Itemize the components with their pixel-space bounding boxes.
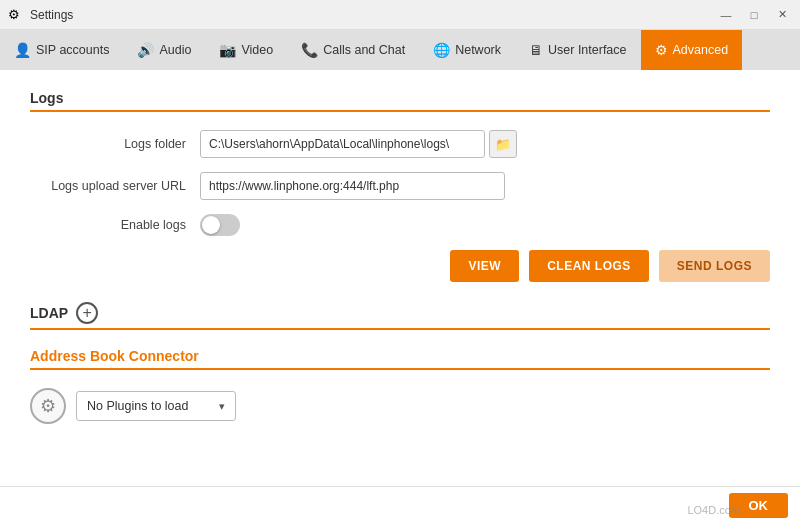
- video-icon: 📷: [219, 42, 236, 58]
- send-logs-button[interactable]: SEND LOGS: [659, 250, 770, 282]
- ldap-section-header: LDAP +: [30, 302, 770, 324]
- maximize-button[interactable]: □: [744, 5, 764, 25]
- tab-calls-chat[interactable]: 📞 Calls and Chat: [287, 30, 419, 70]
- logs-url-row: Logs upload server URL: [30, 172, 770, 200]
- logs-divider: [30, 110, 770, 112]
- minimize-button[interactable]: —: [716, 5, 736, 25]
- chevron-down-icon: ▾: [219, 400, 225, 413]
- ldap-add-button[interactable]: +: [76, 302, 98, 324]
- clean-logs-button[interactable]: CLEAN LOGS: [529, 250, 649, 282]
- main-content: Logs Logs folder 📁 Logs upload server UR…: [0, 70, 800, 486]
- window-controls: — □ ✕: [716, 5, 792, 25]
- gear-icon: ⚙: [40, 395, 56, 417]
- window-title: Settings: [30, 8, 716, 22]
- abc-section: Address Book Connector ⚙ No Plugins to l…: [30, 348, 770, 424]
- tab-advanced[interactable]: ⚙ Advanced: [641, 30, 743, 70]
- plugin-gear-button[interactable]: ⚙: [30, 388, 66, 424]
- titlebar: ⚙ Settings — □ ✕: [0, 0, 800, 30]
- tab-bar: 👤 SIP accounts 🔊 Audio 📷 Video 📞 Calls a…: [0, 30, 800, 70]
- tab-network[interactable]: 🌐 Network: [419, 30, 515, 70]
- tab-sip-accounts[interactable]: 👤 SIP accounts: [0, 30, 123, 70]
- plugin-dropdown-label: No Plugins to load: [87, 399, 188, 413]
- plugin-dropdown[interactable]: No Plugins to load ▾: [76, 391, 236, 421]
- logs-title: Logs: [30, 90, 63, 106]
- logs-section-header: Logs: [30, 90, 770, 106]
- logs-folder-input-group: 📁: [200, 130, 517, 158]
- abc-title: Address Book Connector: [30, 348, 199, 364]
- logs-folder-label: Logs folder: [30, 137, 200, 151]
- logs-folder-input[interactable]: [200, 130, 485, 158]
- enable-logs-row: Enable logs: [30, 214, 770, 236]
- logs-url-label: Logs upload server URL: [30, 179, 200, 193]
- tab-audio[interactable]: 🔊 Audio: [123, 30, 205, 70]
- ui-icon: 🖥: [529, 42, 543, 58]
- ldap-title: LDAP: [30, 305, 68, 321]
- folder-icon: 📁: [495, 137, 511, 152]
- tab-user-interface[interactable]: 🖥 User Interface: [515, 30, 641, 70]
- tab-video[interactable]: 📷 Video: [205, 30, 287, 70]
- ok-button[interactable]: OK: [729, 493, 789, 518]
- ldap-divider: [30, 328, 770, 330]
- calls-icon: 📞: [301, 42, 318, 58]
- network-icon: 🌐: [433, 42, 450, 58]
- view-button[interactable]: VIEW: [450, 250, 519, 282]
- advanced-icon: ⚙: [655, 42, 668, 58]
- enable-logs-label: Enable logs: [30, 218, 200, 232]
- close-button[interactable]: ✕: [772, 5, 792, 25]
- enable-logs-toggle[interactable]: [200, 214, 240, 236]
- toggle-knob: [202, 216, 220, 234]
- logs-folder-row: Logs folder 📁: [30, 130, 770, 158]
- logs-folder-browse-button[interactable]: 📁: [489, 130, 517, 158]
- plugin-row: ⚙ No Plugins to load ▾: [30, 388, 770, 424]
- app-icon: ⚙: [8, 7, 24, 23]
- logs-url-input[interactable]: [200, 172, 505, 200]
- sip-icon: 👤: [14, 42, 31, 58]
- bottom-bar: LO4D.com OK: [0, 486, 800, 524]
- audio-icon: 🔊: [137, 42, 154, 58]
- logs-action-row: VIEW CLEAN LOGS SEND LOGS: [30, 250, 770, 282]
- abc-divider: [30, 368, 770, 370]
